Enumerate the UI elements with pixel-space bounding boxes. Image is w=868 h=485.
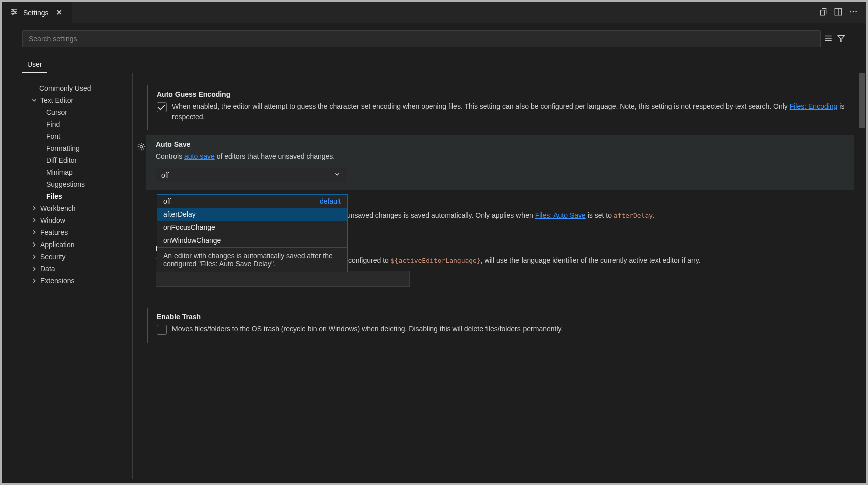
tab-bar: Settings ✕ (2, 2, 866, 23)
setting-enable-trash: Enable Trash Moves files/folders to the … (147, 308, 854, 343)
chevron-right-icon (30, 229, 38, 236)
clear-search-icon[interactable] (824, 34, 833, 44)
gear-icon[interactable] (137, 142, 146, 153)
svg-point-3 (13, 9, 14, 11)
setting-auto-save: Auto Save Controls auto save of editors … (146, 135, 854, 190)
sidebar-item-extensions[interactable]: Extensions (22, 275, 132, 287)
sidebar-item-cursor[interactable]: Cursor (22, 106, 132, 118)
sidebar-item-window[interactable]: Window (22, 214, 132, 226)
setting-description: Moves files/folders to the OS trash (rec… (172, 324, 563, 334)
setting-description: Controls auto save of editors that have … (156, 151, 846, 162)
sidebar-item-files[interactable]: Files (22, 190, 132, 202)
chevron-down-icon (334, 171, 341, 179)
dropdown-auto-save: off default afterDelay onFocusChange onW… (157, 194, 348, 272)
settings-icon (10, 8, 18, 17)
open-settings-json-icon[interactable] (819, 7, 828, 18)
dropdown-help-text: An editor with changes is automatically … (157, 247, 347, 272)
scope-tab-user[interactable]: User (22, 56, 47, 73)
svg-point-9 (853, 11, 854, 13)
chevron-right-icon (30, 217, 38, 224)
sidebar-item-formatting[interactable]: Formatting (22, 142, 132, 154)
dropdown-option-onwindowchange[interactable]: onWindowChange (157, 234, 347, 247)
sidebar-item-commonly-used[interactable]: Commonly Used (22, 82, 132, 94)
chevron-down-icon (30, 97, 38, 104)
dropdown-option-off[interactable]: off default (157, 195, 347, 208)
chevron-right-icon (30, 205, 38, 212)
split-editor-icon[interactable] (834, 7, 843, 18)
setting-auto-guess-encoding: Auto Guess Encoding When enabled, the ed… (147, 85, 854, 130)
chevron-right-icon (30, 277, 38, 284)
default-badge: default (320, 197, 341, 205)
svg-point-14 (140, 146, 143, 148)
svg-point-5 (12, 13, 14, 15)
setting-description: unsaved changes is saved automatically. … (346, 210, 846, 221)
setting-title: Auto Guess Encoding (157, 90, 846, 98)
setting-description: When enabled, the editor will attempt to… (172, 101, 846, 122)
filter-icon[interactable] (837, 34, 846, 44)
chevron-right-icon (30, 241, 38, 248)
setting-title: Auto Save (156, 140, 846, 148)
search-input[interactable] (22, 30, 821, 47)
sidebar-item-suggestions[interactable]: Suggestions (22, 178, 132, 190)
scrollbar-thumb[interactable] (859, 73, 865, 128)
dropdown-option-afterdelay[interactable]: afterDelay (157, 208, 347, 221)
input-default-language[interactable] (156, 271, 410, 287)
sidebar-item-features[interactable]: Features (22, 226, 132, 238)
sidebar-item-text-editor[interactable]: Text Editor (22, 94, 132, 106)
scrollbar[interactable] (859, 73, 865, 479)
settings-sidebar: Commonly Used Text Editor Cursor Find Fo… (2, 73, 132, 479)
select-value: off (161, 171, 169, 179)
sidebar-item-data[interactable]: Data (22, 263, 132, 275)
select-auto-save[interactable]: off (156, 168, 346, 182)
link-files-auto-save[interactable]: Files: Auto Save (535, 211, 586, 219)
sidebar-item-application[interactable]: Application (22, 238, 132, 251)
close-icon[interactable]: ✕ (54, 8, 64, 17)
more-actions-icon[interactable] (849, 7, 858, 18)
sidebar-item-font[interactable]: Font (22, 130, 132, 142)
settings-content: Auto Guess Encoding When enabled, the ed… (132, 73, 866, 479)
link-auto-save[interactable]: auto save (184, 152, 215, 160)
sidebar-item-minimap[interactable]: Minimap (22, 166, 132, 178)
tab-settings[interactable]: Settings ✕ (2, 2, 72, 23)
svg-point-8 (850, 11, 851, 13)
search-row (2, 23, 866, 51)
link-files-encoding[interactable]: Files: Encoding (790, 102, 838, 110)
svg-point-10 (855, 11, 857, 13)
svg-point-4 (15, 11, 16, 13)
dropdown-option-onfocuschange[interactable]: onFocusChange (157, 221, 347, 234)
tab-title: Settings (23, 9, 49, 17)
sidebar-item-diff-editor[interactable]: Diff Editor (22, 154, 132, 166)
setting-title: Enable Trash (157, 313, 846, 321)
sidebar-item-find[interactable]: Find (22, 118, 132, 130)
scope-tabs: User (2, 56, 866, 73)
checkbox-enable-trash[interactable] (157, 325, 167, 335)
chevron-right-icon (30, 253, 38, 260)
sidebar-item-security[interactable]: Security (22, 251, 132, 263)
sidebar-item-workbench[interactable]: Workbench (22, 202, 132, 214)
chevron-right-icon (30, 265, 38, 272)
checkbox-auto-guess-encoding[interactable] (157, 102, 167, 112)
